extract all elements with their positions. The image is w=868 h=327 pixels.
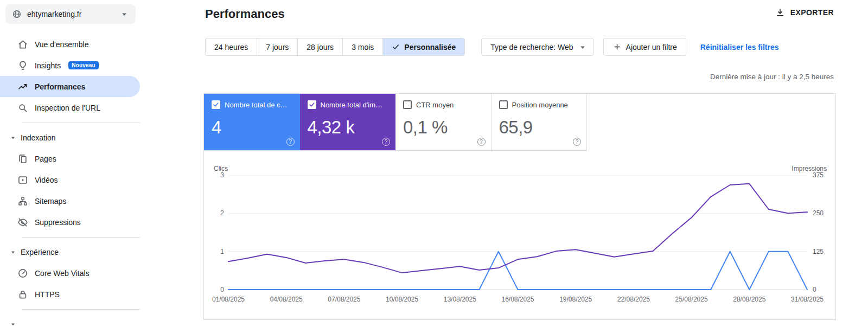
- sidebar-item-videos[interactable]: Vidéos: [0, 169, 140, 190]
- metric-card-clicks[interactable]: Nombre total de c… 4 ?: [204, 94, 300, 150]
- svg-text:125: 125: [813, 248, 824, 255]
- sidebar-item-removals[interactable]: Suppressions: [0, 211, 140, 233]
- divider: [22, 123, 140, 123]
- help-icon[interactable]: ?: [573, 138, 581, 146]
- svg-text:22/08/2025: 22/08/2025: [617, 296, 650, 303]
- pages-icon: [17, 153, 28, 164]
- chevron-down-icon: [10, 134, 16, 141]
- divider: [22, 309, 140, 310]
- chip-label: 3 mois: [352, 43, 374, 52]
- sitemap-icon: [17, 196, 28, 207]
- filter-bar: 24 heures 7 jours 28 jours 3 mois Person…: [205, 38, 778, 56]
- metric-value: 4,32 k: [308, 117, 390, 138]
- property-selector[interactable]: ehtymarketing.fr: [5, 4, 136, 24]
- metric-value: 4: [212, 117, 293, 138]
- sidebar-item-performances[interactable]: Performances: [0, 76, 140, 97]
- sidebar-item-url-inspection[interactable]: Inspection de l'URL: [0, 97, 140, 118]
- chevron-down-icon: [10, 249, 16, 255]
- checkbox-checked-icon[interactable]: [212, 100, 220, 109]
- svg-text:10/08/2025: 10/08/2025: [386, 296, 418, 303]
- sidebar-section-experience[interactable]: Expérience: [0, 242, 140, 262]
- property-name: ehtymarketing.fr: [27, 10, 114, 18]
- sidebar-item-label: Insights: [35, 61, 61, 70]
- svg-text:19/08/2025: 19/08/2025: [559, 296, 592, 303]
- svg-text:31/08/2025: 31/08/2025: [791, 296, 824, 303]
- sidebar-item-overview[interactable]: Vue d'ensemble: [0, 34, 140, 55]
- sidebar-item-sitemaps[interactable]: Sitemaps: [0, 190, 140, 211]
- last-update: Dernière mise à jour : il y a 2,5 heures: [710, 73, 834, 81]
- checkbox-unchecked-icon[interactable]: [403, 100, 412, 109]
- svg-text:07/08/2025: 07/08/2025: [328, 296, 360, 303]
- metric-label: Nombre total d'im…: [321, 101, 382, 109]
- metric-value: 0,1 %: [403, 117, 484, 138]
- search-icon: [17, 102, 28, 113]
- chevron-down-icon: [578, 42, 588, 52]
- chip-label: Type de recherche: Web: [490, 43, 573, 52]
- help-icon[interactable]: ?: [286, 138, 295, 146]
- svg-text:2: 2: [220, 209, 224, 217]
- sidebar-section-indexation[interactable]: Indexation: [0, 127, 140, 148]
- chip-label: Personnalisée: [404, 43, 456, 52]
- home-icon: [17, 39, 28, 50]
- export-button[interactable]: EXPORTER: [775, 8, 834, 17]
- help-icon[interactable]: ?: [477, 138, 486, 146]
- video-icon: [17, 175, 28, 185]
- export-label: EXPORTER: [790, 8, 834, 17]
- metric-label: Nombre total de c…: [225, 101, 288, 109]
- lightbulb-icon: [17, 60, 28, 71]
- chip-label: 7 jours: [266, 43, 289, 52]
- metric-card-ctr[interactable]: CTR moyen 0,1 % ?: [395, 94, 492, 150]
- sidebar-item-label: Vue d'ensemble: [35, 40, 88, 49]
- trending-up-icon: [17, 81, 28, 92]
- add-filter-button[interactable]: Ajouter un filtre: [603, 38, 686, 56]
- page-title: Performances: [205, 7, 285, 21]
- sidebar-item-core-web-vitals[interactable]: Core Web Vitals: [0, 262, 140, 284]
- sidebar-item-label: Pages: [35, 155, 56, 163]
- metric-value: 65,9: [499, 117, 580, 138]
- metric-card-position[interactable]: Position moyenne 65,9 ?: [492, 94, 588, 150]
- sidebar-item-label: Performances: [35, 82, 85, 91]
- svg-text:01/08/2025: 01/08/2025: [212, 296, 245, 303]
- svg-text:25/08/2025: 25/08/2025: [675, 296, 708, 303]
- search-type-dropdown[interactable]: Type de recherche: Web: [481, 38, 593, 56]
- range-personnalisee[interactable]: Personnalisée: [382, 38, 465, 56]
- help-icon[interactable]: ?: [382, 138, 390, 146]
- svg-text:250: 250: [813, 209, 824, 217]
- range-3-mois[interactable]: 3 mois: [342, 38, 383, 56]
- svg-text:13/08/2025: 13/08/2025: [444, 296, 476, 303]
- sidebar-item-label: Core Web Vitals: [35, 269, 90, 278]
- chevron-down-icon: [119, 9, 129, 19]
- sidebar-item-label: Vidéos: [35, 176, 58, 184]
- reset-filters-link[interactable]: Réinitialiser les filtres: [700, 43, 779, 52]
- sidebar-item-insights[interactable]: Insights Nouveau: [0, 55, 140, 76]
- svg-text:28/08/2025: 28/08/2025: [733, 296, 765, 303]
- sidebar-item-https[interactable]: HTTPS: [0, 284, 140, 305]
- lock-icon: [17, 289, 28, 300]
- section-label: Expérience: [21, 248, 59, 257]
- chevron-down-icon: [10, 321, 16, 327]
- svg-text:3: 3: [220, 171, 224, 179]
- checkbox-unchecked-icon[interactable]: [499, 100, 508, 109]
- svg-text:04/08/2025: 04/08/2025: [270, 296, 303, 303]
- plus-icon: [612, 42, 622, 52]
- metric-label: Position moyenne: [512, 101, 568, 109]
- range-28-jours[interactable]: 28 jours: [297, 38, 343, 56]
- sidebar-section-partial[interactable]: [0, 314, 140, 327]
- chip-label: 24 heures: [214, 43, 248, 52]
- new-badge: Nouveau: [68, 61, 99, 69]
- checkbox-checked-icon[interactable]: [308, 100, 316, 109]
- sidebar-item-pages[interactable]: Pages: [0, 148, 140, 169]
- metric-label: CTR moyen: [416, 101, 454, 109]
- divider: [22, 237, 140, 238]
- range-7-jours[interactable]: 7 jours: [257, 38, 298, 56]
- svg-text:375: 375: [813, 171, 824, 179]
- performance-chart-canvas[interactable]: 0011252250337501/08/202504/08/202507/08/…: [204, 162, 835, 319]
- sidebar-item-label: Sitemaps: [35, 197, 66, 206]
- range-24-heures[interactable]: 24 heures: [205, 38, 257, 56]
- sidebar-item-label: Suppressions: [35, 218, 81, 227]
- section-label: Indexation: [21, 133, 56, 142]
- metric-card-impressions[interactable]: Nombre total d'im… 4,32 k ?: [300, 94, 396, 150]
- eye-off-icon: [17, 217, 28, 228]
- metric-cards: Nombre total de c… 4 ? Nombre total d'im…: [204, 94, 587, 151]
- svg-text:0: 0: [813, 286, 816, 293]
